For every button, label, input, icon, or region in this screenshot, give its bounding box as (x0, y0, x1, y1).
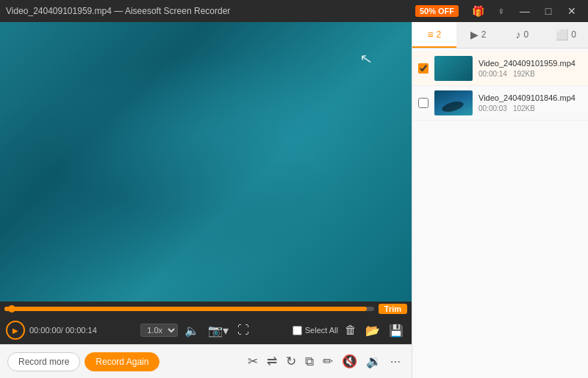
open-folder-button[interactable]: 📂 (363, 322, 382, 339)
trim-button[interactable]: Trim (379, 304, 407, 314)
video-viewport[interactable]: ↖ (0, 22, 412, 302)
image-count: 0 (571, 29, 576, 40)
play-tab-icon: ▶ (470, 29, 478, 40)
screen-count: 2 (481, 29, 487, 40)
file-info-1: Video_240409101959.mp4 00:00:14 192KB (478, 59, 582, 78)
file-info-2: Video_240409101846.mp4 00:00:03 102KB (478, 93, 582, 113)
time-display: 00:00:00/ 00:00:14 (29, 326, 97, 335)
file-meta-2: 00:00:03 102KB (478, 104, 582, 113)
volume-tool-button[interactable]: 🔉 (362, 351, 385, 372)
file-name-2: Video_240409101846.mp4 (478, 93, 582, 102)
gift-button[interactable]: 🎁 (467, 4, 488, 18)
fullscreen-button[interactable]: ⛶ (235, 322, 251, 338)
clone-tool-button[interactable]: ⧉ (301, 352, 318, 372)
volume-button[interactable]: 🔈 (182, 322, 201, 339)
timeline-fill (4, 307, 367, 311)
minimize-button[interactable]: — (514, 4, 535, 18)
file-size-1: 192KB (513, 70, 535, 78)
main-layout: ↖ Trim ▶ 00:00:00/ 00:00:14 0.5x 1.0x 1.… (0, 22, 588, 378)
panel-tabs: ≡ 2 ▶ 2 ♪ 0 ⬜ 0 (412, 22, 588, 49)
select-all-checkbox[interactable] (293, 326, 302, 335)
bottom-tools: ✂ ⇌ ↻ ⧉ ✏ 🔇 🔉 ··· (164, 351, 404, 372)
delete-button[interactable]: 🗑 (343, 322, 359, 338)
maximize-button[interactable]: □ (538, 4, 559, 18)
file-checkbox-1[interactable] (418, 63, 429, 74)
list-icon: ≡ (427, 29, 433, 40)
image-tab-icon: ⬜ (556, 29, 568, 40)
camera-button[interactable]: 📷▾ (206, 322, 231, 339)
file-thumbnail-2 (434, 90, 473, 115)
save-button[interactable]: 💾 (387, 322, 406, 339)
record-again-button[interactable]: Record Again (85, 352, 159, 371)
file-duration-2: 00:00:03 (478, 104, 507, 113)
audio-count: 0 (524, 29, 529, 40)
rotate-tool-button[interactable]: ↻ (282, 351, 300, 372)
speed-select[interactable]: 0.5x 1.0x 1.5x 2.0x (140, 324, 178, 337)
file-list: Video_240409101959.mp4 00:00:14 192KB Vi… (412, 49, 588, 378)
play-icon: ▶ (12, 327, 18, 335)
timeline-thumb (8, 305, 15, 313)
speed-tool-button[interactable]: ⇌ (263, 351, 281, 372)
edit-tool-button[interactable]: ✏ (319, 351, 337, 372)
timeline-bar: Trim (0, 302, 412, 316)
file-item-2[interactable]: Video_240409101846.mp4 00:00:03 102KB (412, 86, 588, 121)
cut-tool-button[interactable]: ✂ (244, 351, 262, 372)
file-size-2: 102KB (513, 104, 535, 113)
time-current: 00:00:00 (29, 326, 61, 335)
audio-tab-icon: ♪ (516, 29, 521, 40)
record-more-button[interactable]: Record more (7, 352, 80, 371)
timeline-track[interactable] (4, 307, 374, 311)
file-duration-1: 00:00:14 (478, 70, 507, 78)
title-bar: Video_240409101959.mp4 — Aiseesoft Scree… (0, 0, 588, 22)
close-button[interactable]: ✕ (562, 4, 582, 18)
select-all-area: Select All (293, 326, 338, 335)
more-tool-button[interactable]: ··· (387, 352, 404, 372)
file-checkbox-2[interactable] (418, 98, 429, 108)
select-all-label: Select All (305, 326, 338, 335)
controls-bar: ▶ 00:00:00/ 00:00:14 0.5x 1.0x 1.5x 2.0x… (0, 316, 412, 344)
window-controls: 50% OFF 🎁 ♀ — □ ✕ (415, 4, 582, 18)
file-meta-1: 00:00:14 192KB (478, 70, 582, 78)
bottom-bar: Record more Record Again ✂ ⇌ ↻ ⧉ ✏ 🔇 🔉 ·… (0, 344, 412, 378)
file-item-1[interactable]: Video_240409101959.mp4 00:00:14 192KB (412, 51, 588, 86)
cursor-icon: ↖ (359, 49, 374, 69)
app-title: Video_240409101959.mp4 — Aiseesoft Scree… (6, 6, 415, 16)
tab-screen[interactable]: ▶ 2 (456, 22, 501, 48)
file-thumbnail-1 (434, 56, 473, 81)
tab-video[interactable]: ≡ 2 (412, 22, 456, 48)
video-count: 2 (437, 29, 442, 40)
mute-tool-button[interactable]: 🔇 (338, 351, 361, 372)
file-name-1: Video_240409101959.mp4 (478, 59, 582, 68)
video-area: ↖ Trim ▶ 00:00:00/ 00:00:14 0.5x 1.0x 1.… (0, 22, 412, 378)
tab-audio[interactable]: ♪ 0 (501, 22, 545, 48)
right-panel: ≡ 2 ▶ 2 ♪ 0 ⬜ 0 Video_240409 (412, 22, 588, 378)
time-total: 00:00:14 (65, 326, 97, 335)
tab-image[interactable]: ⬜ 0 (544, 22, 588, 48)
play-button[interactable]: ▶ (6, 321, 25, 340)
promo-badge[interactable]: 50% OFF (415, 5, 459, 17)
user-button[interactable]: ♀ (491, 4, 512, 18)
